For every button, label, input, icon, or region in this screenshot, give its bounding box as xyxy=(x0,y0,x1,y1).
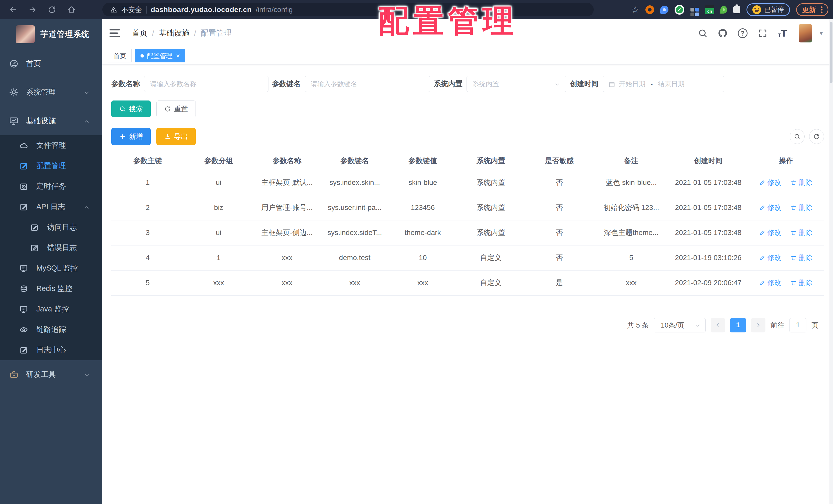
col-sensitive: 是否敏感 xyxy=(525,152,594,170)
page-scrollbar[interactable] xyxy=(829,19,833,504)
browser-home-icon[interactable] xyxy=(67,5,76,14)
table-cell: xxx xyxy=(253,270,321,295)
add-button[interactable]: 新增 xyxy=(111,128,151,145)
edit-row-button[interactable]: 修改 xyxy=(759,253,781,262)
sidebar-item-home[interactable]: 首页 xyxy=(0,49,102,78)
hamburger-icon[interactable] xyxy=(110,29,120,37)
tag-home[interactable]: 首页 xyxy=(108,49,132,62)
tag-config-management[interactable]: 配置管理 × xyxy=(135,49,185,62)
close-tag-icon[interactable]: × xyxy=(176,52,180,59)
page-size-select[interactable]: 10条/页 xyxy=(654,318,706,332)
github-icon[interactable] xyxy=(718,28,728,38)
breadcrumb: 首页 / 基础设施 / 配置管理 xyxy=(132,28,232,39)
address-divider xyxy=(146,6,147,14)
font-size-icon[interactable]: тT xyxy=(778,28,787,39)
browser-nav-controls xyxy=(0,5,76,14)
table-cell: 123456 xyxy=(388,195,457,220)
delete-row-button[interactable]: 删除 xyxy=(790,228,812,237)
bookmark-star-icon[interactable]: ☆ xyxy=(631,5,639,14)
table-cell: 3 xyxy=(111,220,184,245)
search-icon xyxy=(119,106,126,112)
prev-page-button[interactable] xyxy=(711,318,725,332)
table-cell: skin-blue xyxy=(388,170,457,195)
search-button[interactable]: 搜索 xyxy=(111,100,151,117)
breadcrumb-home[interactable]: 首页 xyxy=(132,28,147,39)
toggle-search-button[interactable] xyxy=(790,129,805,144)
sidebar-item-infrastructure[interactable]: 基础设施 xyxy=(0,107,102,135)
table-cell: 系统内置 xyxy=(457,195,525,220)
sidebar-item-mysql-monitor[interactable]: MySQL 监控 xyxy=(0,258,102,278)
sidebar-item-file-management[interactable]: 文件管理 xyxy=(0,135,102,156)
search-icon[interactable] xyxy=(698,28,708,38)
help-icon[interactable]: ? xyxy=(738,28,747,38)
extension-cn-icon[interactable]: cn xyxy=(705,5,714,14)
export-button[interactable]: 导出 xyxy=(157,128,196,145)
col-operations: 操作 xyxy=(748,152,824,170)
table-cell: 2 xyxy=(111,195,184,220)
goto-page-input[interactable] xyxy=(789,318,806,332)
timer-icon xyxy=(20,182,30,191)
table-cell: theme-dark xyxy=(388,220,457,245)
browser-menu-icon[interactable] xyxy=(821,9,823,10)
sidebar-item-scheduled-tasks[interactable]: 定时任务 xyxy=(0,176,102,197)
extension-plant-icon[interactable] xyxy=(720,6,727,14)
back-icon[interactable] xyxy=(9,5,17,14)
breadcrumb-infrastructure[interactable]: 基础设施 xyxy=(159,28,189,39)
delete-row-button[interactable]: 删除 xyxy=(790,278,812,287)
delete-row-button[interactable]: 删除 xyxy=(790,203,812,212)
extensions-puzzle-icon[interactable] xyxy=(733,6,740,13)
log-edit-icon xyxy=(30,243,41,252)
forward-icon[interactable] xyxy=(28,5,37,14)
extension-ring-icon[interactable] xyxy=(645,5,654,14)
scrollbar-thumb[interactable] xyxy=(830,22,832,83)
url-path: /infra/config xyxy=(256,6,293,14)
col-system-builtin: 系统内置 xyxy=(457,152,525,170)
reload-icon[interactable] xyxy=(48,5,56,14)
param-key-input[interactable] xyxy=(305,76,430,92)
sidebar-item-api-logs[interactable]: API 日志 xyxy=(0,197,102,217)
page-number-button[interactable]: 1 xyxy=(730,318,746,332)
pagination: 共 5 条 10条/页 1 前往 页 xyxy=(111,318,824,332)
reset-button[interactable]: 重置 xyxy=(157,100,196,117)
edit-row-button[interactable]: 修改 xyxy=(759,278,781,287)
config-table: 参数主键 参数分组 参数名称 参数键名 参数键值 系统内置 是否敏感 备注 创建… xyxy=(111,152,824,296)
sidebar-item-system-management[interactable]: 系统管理 xyxy=(0,78,102,107)
sidebar-item-java-monitor[interactable]: Java 监控 xyxy=(0,299,102,319)
refresh-table-button[interactable] xyxy=(809,129,824,144)
sidebar-item-access-logs[interactable]: 访问日志 xyxy=(0,217,102,237)
sidebar-item-tracing[interactable]: 链路追踪 xyxy=(0,319,102,340)
table-cell: sys.index.sideT... xyxy=(321,220,389,245)
delete-row-button[interactable]: 删除 xyxy=(790,178,812,187)
table-cell: sys.index.skin... xyxy=(321,170,389,195)
extension-pin-icon[interactable] xyxy=(660,6,668,14)
avatar-caret-down-icon[interactable]: ▾ xyxy=(820,30,823,37)
param-name-input[interactable] xyxy=(144,76,268,92)
total-count: 共 5 条 xyxy=(627,321,649,330)
table-cell-actions: 修改 删除 xyxy=(748,195,824,220)
system-builtin-select[interactable]: 系统内置 xyxy=(467,76,566,92)
sidebar-item-redis-monitor[interactable]: Redis 监控 xyxy=(0,278,102,299)
edit-row-button[interactable]: 修改 xyxy=(759,178,781,187)
sidebar-item-error-logs[interactable]: 错误日志 xyxy=(0,237,102,258)
fullscreen-icon[interactable] xyxy=(758,28,767,38)
table-cell: 否 xyxy=(525,170,594,195)
extension-grid-icon[interactable] xyxy=(690,8,694,11)
profile-paused-chip[interactable]: 已暂停 xyxy=(746,3,790,16)
user-avatar[interactable] xyxy=(799,24,812,43)
table-cell: 深色主题theme... xyxy=(594,220,668,245)
sidebar-item-log-center[interactable]: 日志中心 xyxy=(0,340,102,360)
table-row: 1 ui 主框架页-默认... sys.index.skin... skin-b… xyxy=(111,170,824,195)
delete-row-button[interactable]: 删除 xyxy=(790,253,812,262)
edit-row-button[interactable]: 修改 xyxy=(759,203,781,212)
edit-row-button[interactable]: 修改 xyxy=(759,228,781,237)
date-range-picker[interactable]: 开始日期 - 结束日期 xyxy=(603,76,724,92)
param-name-label: 参数名称 xyxy=(111,79,140,89)
sidebar-logo-row[interactable]: 芋道管理系统 xyxy=(0,19,102,49)
sidebar-item-dev-tools[interactable]: 研发工具 xyxy=(0,360,102,389)
next-page-button[interactable] xyxy=(751,318,765,332)
sidebar: 芋道管理系统 首页 系统管理 基础设施 文件管理 xyxy=(0,19,102,504)
sidebar-item-config-management[interactable]: 配置管理 xyxy=(0,156,102,176)
address-bar[interactable]: 不安全 dashboard.yudao.iocoder.cn /infra/co… xyxy=(102,3,594,16)
extension-check-icon[interactable]: ✓ xyxy=(674,5,684,15)
update-browser-button[interactable]: 更新 xyxy=(796,3,828,16)
